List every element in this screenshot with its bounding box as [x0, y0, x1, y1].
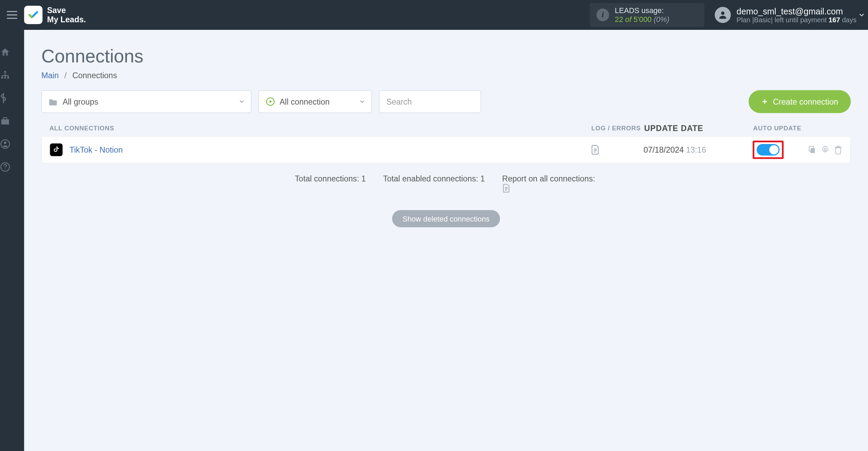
- connection-row: TikTok - Notion 07/18/2024 13:16: [41, 136, 851, 164]
- menu-toggle-icon[interactable]: [0, 0, 24, 30]
- svg-rect-2: [1, 77, 3, 79]
- summary-row: Total connections: 1 Total enabled conne…: [41, 174, 851, 193]
- groups-dropdown-label: All groups: [62, 97, 98, 106]
- summary-report: Report on all connections:: [502, 174, 598, 193]
- svg-point-9: [5, 169, 6, 170]
- filter-row: All groups All connection: [41, 90, 851, 113]
- col-header-auto: AUTO UPDATE: [753, 124, 805, 131]
- report-document-icon[interactable]: [502, 184, 598, 193]
- tiktok-icon: [50, 143, 63, 156]
- show-deleted-button[interactable]: Show deleted connections: [392, 210, 500, 227]
- page-title: Connections: [41, 46, 851, 67]
- groups-dropdown[interactable]: All groups: [41, 90, 251, 113]
- account-text: demo_sml_test@gmail.com Plan |Basic| lef…: [737, 6, 857, 24]
- status-dropdown-label: All connection: [280, 97, 330, 106]
- logo-icon: [24, 6, 43, 24]
- col-header-date: UPDATE DATE: [644, 123, 753, 133]
- folder-icon: [49, 97, 58, 105]
- search-input[interactable]: [386, 97, 473, 106]
- svg-point-13: [824, 149, 826, 151]
- plus-icon: [761, 98, 768, 105]
- chevron-down-icon: [238, 98, 245, 105]
- gear-icon[interactable]: [821, 145, 830, 154]
- svg-rect-3: [4, 77, 6, 79]
- avatar-icon: [715, 7, 731, 23]
- summary-enabled: Total enabled connections: 1: [383, 174, 485, 193]
- svg-rect-5: [1, 119, 9, 124]
- log-document-icon[interactable]: [591, 145, 644, 155]
- auto-update-highlight: [753, 141, 784, 159]
- sidebar-connections-icon[interactable]: [0, 70, 24, 80]
- brand-text: Save My Leads.: [47, 6, 86, 24]
- search-box[interactable]: [379, 90, 481, 113]
- breadcrumb-separator: /: [64, 71, 67, 80]
- sidebar-home-icon[interactable]: [0, 47, 24, 57]
- topbar: Save My Leads. i LEADS usage: 22 of 5'00…: [0, 0, 868, 30]
- leads-usage-label: LEADS usage:: [615, 6, 695, 15]
- svg-point-0: [721, 11, 725, 15]
- create-connection-button[interactable]: Create connection: [749, 90, 851, 113]
- status-dropdown[interactable]: All connection: [258, 90, 372, 113]
- copy-icon[interactable]: [808, 145, 816, 154]
- col-header-all: ALL CONNECTIONS: [41, 124, 591, 131]
- summary-total: Total connections: 1: [295, 174, 366, 193]
- breadcrumb: Main / Connections: [41, 71, 851, 80]
- svg-rect-1: [4, 71, 6, 73]
- sidebar-help-icon[interactable]: [0, 162, 24, 172]
- connection-title-link[interactable]: TikTok - Notion: [69, 145, 122, 154]
- chevron-down-icon[interactable]: [855, 11, 868, 19]
- connection-date: 07/18/2024 13:16: [644, 145, 753, 154]
- brand[interactable]: Save My Leads.: [24, 0, 86, 30]
- account-menu[interactable]: demo_sml_test@gmail.com Plan |Basic| lef…: [715, 0, 868, 30]
- svg-rect-11: [811, 148, 815, 153]
- auto-update-toggle[interactable]: [756, 144, 779, 155]
- chevron-down-icon: [359, 98, 366, 105]
- svg-rect-4: [7, 77, 9, 79]
- sidebar: [0, 30, 24, 451]
- trash-icon[interactable]: [834, 145, 842, 154]
- main-content: Connections Main / Connections All group…: [24, 30, 868, 451]
- sidebar-briefcase-icon[interactable]: [0, 116, 24, 126]
- breadcrumb-current: Connections: [72, 71, 117, 80]
- svg-point-7: [4, 141, 7, 144]
- leads-usage-values: 22 of 5'000 (0%): [615, 15, 695, 24]
- create-connection-label: Create connection: [773, 97, 838, 106]
- sidebar-billing-icon[interactable]: [0, 93, 24, 103]
- breadcrumb-main-link[interactable]: Main: [41, 71, 59, 80]
- table-header: ALL CONNECTIONS LOG / ERRORS UPDATE DATE…: [41, 120, 851, 136]
- play-circle-icon: [266, 97, 275, 106]
- sidebar-account-icon[interactable]: [0, 139, 24, 149]
- info-icon: i: [597, 9, 609, 21]
- col-header-log: LOG / ERRORS: [591, 124, 644, 131]
- leads-usage-box[interactable]: i LEADS usage: 22 of 5'000 (0%): [589, 3, 704, 27]
